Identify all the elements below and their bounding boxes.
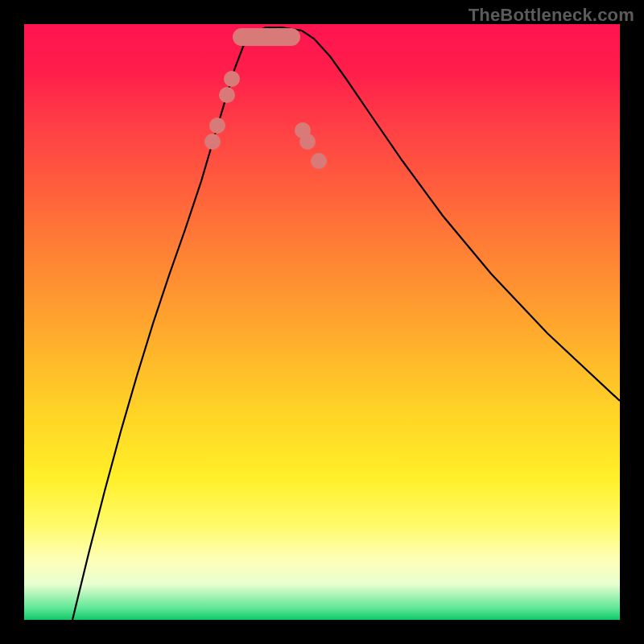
marker-dot — [299, 134, 316, 150]
marker-dot — [224, 71, 240, 87]
marker-dot — [204, 134, 221, 150]
marker-dot — [219, 87, 235, 103]
marker-dot — [209, 118, 225, 134]
watermark-text: TheBottleneck.com — [469, 5, 634, 26]
chart-svg — [24, 24, 620, 620]
bottleneck-curve — [72, 27, 620, 620]
marker-dot — [311, 153, 327, 169]
marker-cluster-right — [295, 122, 327, 169]
chart-plot-area — [24, 24, 620, 620]
